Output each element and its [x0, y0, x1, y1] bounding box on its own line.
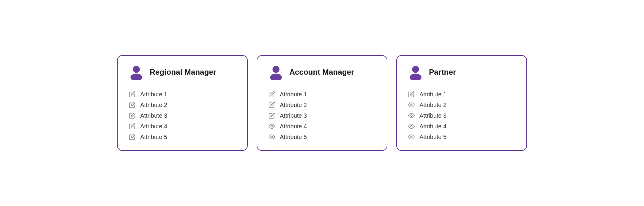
attribute-label: Attribute 2: [419, 102, 446, 108]
svg-point-9: [411, 115, 412, 116]
list-item: Attribute 1: [408, 90, 516, 98]
svg-point-0: [133, 66, 140, 73]
user-icon: [408, 64, 424, 80]
svg-point-8: [411, 104, 412, 106]
attribute-label: Attribute 5: [280, 134, 307, 140]
attribute-label: Attribute 3: [280, 112, 307, 119]
attribute-label: Attribute 1: [419, 91, 446, 98]
card-title: Account Manager: [289, 68, 354, 77]
edit-icon: [128, 112, 136, 119]
svg-point-4: [271, 125, 273, 127]
card-header-regional-manager: Regional Manager: [128, 64, 236, 80]
svg-point-2: [272, 66, 279, 73]
divider: [128, 85, 236, 85]
svg-point-7: [410, 74, 422, 80]
edit-icon: [268, 90, 276, 98]
attribute-label: Attribute 4: [419, 123, 446, 130]
list-item: Attribute 2: [128, 101, 236, 109]
edit-icon: [128, 122, 136, 130]
svg-point-11: [411, 136, 412, 138]
attribute-label: Attribute 1: [140, 91, 167, 98]
list-item: Attribute 3: [128, 112, 236, 119]
attribute-label: Attribute 5: [140, 134, 167, 140]
attribute-label: Attribute 2: [140, 102, 167, 108]
edit-icon: [268, 112, 276, 119]
edit-icon: [408, 90, 415, 98]
svg-point-5: [271, 136, 273, 138]
list-item: Attribute 4: [408, 122, 516, 130]
svg-point-3: [270, 74, 282, 80]
eye-icon: [408, 133, 415, 141]
cards-container: Regional Manager Attribute 1 Attribute 2…: [117, 55, 527, 151]
attribute-label: Attribute 4: [140, 123, 167, 130]
user-icon: [128, 64, 144, 80]
list-item: Attribute 5: [268, 133, 376, 141]
eye-icon: [408, 101, 415, 109]
list-item: Attribute 1: [128, 90, 236, 98]
list-item: Attribute 5: [408, 133, 516, 141]
attribute-label: Attribute 4: [280, 123, 307, 130]
list-item: Attribute 5: [128, 133, 236, 141]
list-item: Attribute 3: [408, 112, 516, 119]
list-item: Attribute 3: [268, 112, 376, 119]
card-header-account-manager: Account Manager: [268, 64, 376, 80]
list-item: Attribute 1: [268, 90, 376, 98]
user-icon: [268, 64, 284, 80]
card-account-manager: Account Manager Attribute 1 Attribute 2 …: [257, 55, 387, 151]
eye-icon: [408, 112, 415, 119]
attribute-label: Attribute 3: [140, 112, 167, 119]
edit-icon: [128, 133, 136, 141]
eye-icon: [408, 122, 415, 130]
divider: [408, 85, 516, 85]
eye-icon: [268, 122, 276, 130]
attribute-label: Attribute 5: [419, 134, 446, 140]
card-partner: Partner Attribute 1 Attribute 2 Attribut…: [396, 55, 527, 151]
attribute-label: Attribute 3: [419, 112, 446, 119]
edit-icon: [128, 101, 136, 109]
eye-icon: [268, 133, 276, 141]
svg-point-6: [412, 66, 419, 73]
attribute-label: Attribute 2: [280, 102, 307, 108]
svg-point-10: [411, 125, 412, 127]
attribute-list: Attribute 1 Attribute 2 Attribute 3 Attr…: [408, 90, 516, 141]
divider: [268, 85, 376, 85]
card-title: Regional Manager: [150, 68, 216, 77]
card-title: Partner: [429, 68, 456, 77]
list-item: Attribute 2: [268, 101, 376, 109]
attribute-list: Attribute 1 Attribute 2 Attribute 3 Attr…: [268, 90, 376, 141]
list-item: Attribute 4: [268, 122, 376, 130]
edit-icon: [268, 101, 276, 109]
attribute-list: Attribute 1 Attribute 2 Attribute 3 Attr…: [128, 90, 236, 141]
card-regional-manager: Regional Manager Attribute 1 Attribute 2…: [117, 55, 248, 151]
list-item: Attribute 4: [128, 122, 236, 130]
attribute-label: Attribute 1: [280, 91, 307, 98]
card-header-partner: Partner: [408, 64, 516, 80]
svg-point-1: [130, 74, 142, 80]
edit-icon: [128, 90, 136, 98]
list-item: Attribute 2: [408, 101, 516, 109]
